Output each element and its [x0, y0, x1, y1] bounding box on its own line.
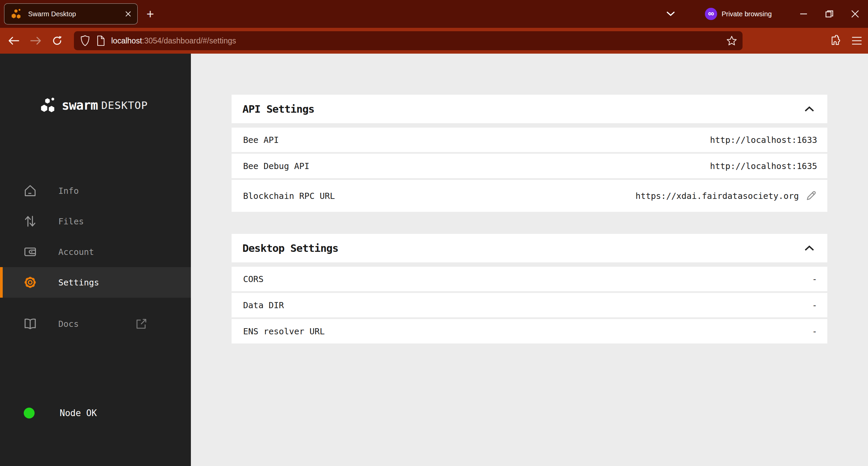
setting-value: http://localhost:1635	[710, 161, 817, 171]
sidebar-item-info[interactable]: Info	[0, 175, 191, 206]
shield-icon[interactable]	[80, 35, 90, 46]
url-path: :3054/dashboard/#/settings	[142, 36, 236, 45]
api-settings-section: API Settings Bee API http://localhost:16…	[232, 95, 827, 212]
tab-close-icon[interactable]	[124, 10, 132, 18]
browser-navbar: localhost:3054/dashboard/#/settings	[0, 28, 868, 54]
setting-row-bee-api: Bee API http://localhost:1633	[232, 128, 827, 152]
setting-value: -	[812, 327, 817, 336]
sidebar-item-files[interactable]: Files	[0, 206, 191, 237]
setting-label: Bee Debug API	[243, 161, 310, 171]
reload-icon[interactable]	[50, 33, 65, 49]
browser-tab[interactable]: Swarm Desktop	[4, 3, 138, 24]
sidebar-item-docs[interactable]: Docs	[0, 309, 191, 339]
setting-label: ENS resolver URL	[243, 327, 325, 336]
sidebar-item-label: Files	[58, 217, 84, 226]
desktop-settings-section: Desktop Settings CORS - Data DIR - ENS r…	[232, 234, 827, 343]
tab-title: Swarm Desktop	[28, 10, 76, 18]
swarm-logo: swarm DESKTOP	[39, 96, 191, 114]
menu-icon[interactable]	[849, 33, 865, 49]
edit-pencil-icon[interactable]	[805, 190, 817, 202]
status-label: Node OK	[60, 408, 97, 418]
private-browsing-badge: ∞ Private browsing	[705, 8, 772, 20]
sidebar-item-label: Docs	[58, 319, 79, 329]
chevron-up-icon[interactable]	[804, 245, 814, 251]
sidebar-item-label: Settings	[58, 278, 99, 287]
minimize-icon[interactable]	[795, 6, 812, 22]
api-settings-header[interactable]: API Settings	[232, 95, 827, 123]
sidebar-item-label: Info	[58, 186, 79, 196]
swarm-logo-icon	[39, 96, 58, 114]
book-icon	[23, 317, 37, 331]
restore-icon[interactable]	[821, 6, 837, 22]
wallet-icon	[23, 245, 37, 259]
bookmark-star-icon[interactable]	[726, 35, 737, 46]
brand-suffix: DESKTOP	[101, 99, 148, 111]
setting-label: Blockchain RPC URL	[243, 191, 335, 201]
status-dot-icon	[24, 408, 35, 418]
sidebar-item-settings[interactable]: Settings	[0, 267, 191, 298]
back-icon[interactable]	[6, 33, 22, 49]
brand-name: swarm	[62, 98, 98, 113]
setting-row-bee-debug-api: Bee Debug API http://localhost:1635	[232, 154, 827, 178]
url-bar[interactable]: localhost:3054/dashboard/#/settings	[74, 31, 743, 50]
sidebar: swarm DESKTOP Info Files	[0, 54, 191, 466]
setting-value: http://localhost:1633	[710, 135, 817, 145]
gear-icon	[23, 275, 37, 290]
setting-label: Bee API	[243, 135, 279, 145]
chevron-up-icon[interactable]	[804, 106, 814, 112]
home-icon	[23, 184, 37, 198]
sidebar-item-label: Account	[58, 247, 94, 257]
transfer-arrows-icon	[23, 214, 37, 228]
section-title: API Settings	[242, 103, 314, 115]
setting-value: -	[812, 274, 817, 284]
node-status: Node OK	[0, 408, 191, 418]
setting-value: https://xdai.fairdatasociety.org	[635, 191, 799, 201]
private-browsing-label: Private browsing	[722, 10, 772, 18]
sidebar-nav: Info Files	[0, 175, 191, 339]
setting-label: CORS	[243, 274, 263, 284]
setting-row-ens-resolver-url: ENS resolver URL -	[232, 319, 827, 343]
setting-row-cors: CORS -	[232, 267, 827, 291]
setting-row-blockchain-rpc-url: Blockchain RPC URL https://xdai.fairdata…	[232, 180, 827, 212]
tab-list-chevron-icon[interactable]	[666, 11, 675, 17]
url-text[interactable]: localhost:3054/dashboard/#/settings	[111, 36, 236, 45]
window-close-icon[interactable]	[847, 6, 863, 22]
external-link-icon	[135, 318, 147, 330]
browser-titlebar: Swarm Desktop + ∞ Private browsing	[0, 0, 868, 28]
swarm-favicon	[11, 8, 23, 20]
section-title: Desktop Settings	[242, 242, 338, 254]
desktop-settings-header[interactable]: Desktop Settings	[232, 234, 827, 262]
forward-icon[interactable]	[28, 33, 43, 49]
setting-value: -	[812, 300, 817, 310]
extensions-icon[interactable]	[827, 33, 843, 49]
sidebar-item-account[interactable]: Account	[0, 237, 191, 267]
new-tab-button[interactable]: +	[146, 7, 154, 20]
private-mask-icon: ∞	[705, 8, 717, 20]
setting-row-data-dir: Data DIR -	[232, 293, 827, 317]
settings-page: API Settings Bee API http://localhost:16…	[191, 54, 868, 466]
setting-label: Data DIR	[243, 300, 284, 310]
url-host: localhost	[111, 36, 142, 45]
page-icon[interactable]	[96, 35, 105, 46]
